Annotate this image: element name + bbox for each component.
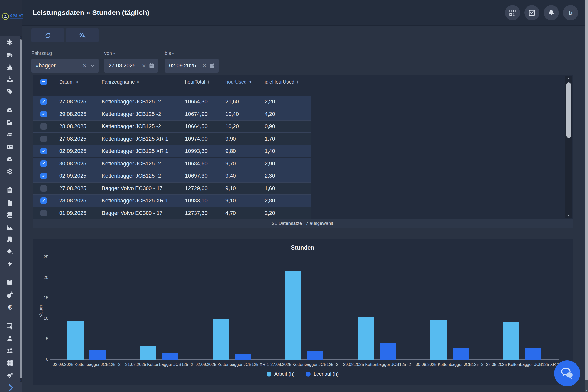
clear-vehicle-icon[interactable]: × [83,62,86,69]
page-scrollbar[interactable]: ▼ [584,0,588,392]
sidebar-expand-button[interactable] [6,383,15,390]
cell-idlehourused: 4,20 [257,111,311,117]
row-checkbox[interactable]: ✓ [40,173,47,179]
table-row[interactable]: ✓29.08.2025Kettenbagger JCB125 -210674,9… [32,108,311,120]
date-from-filter: von • 27.08.2025 × [104,50,158,72]
sidebar-item-area-chart[interactable] [0,221,20,233]
page-scrollbar-thumb[interactable] [585,0,588,380]
user-menu-button[interactable]: b [563,5,578,20]
column-header-hourused[interactable]: hourUsed▼ [218,79,257,85]
calendar-icon[interactable] [149,63,154,68]
date-from-input[interactable]: 27.08.2025 × [104,58,158,72]
sidebar-item-lightning[interactable] [0,258,20,270]
toolbar [31,28,99,42]
sidebar-item-user[interactable] [0,332,20,344]
sidebar-item-apps-grid[interactable] [0,357,20,369]
bar-groups [50,257,558,360]
sort-icon: ▲▼ [207,80,210,84]
sidebar-item-select-area[interactable] [0,320,20,332]
table-row[interactable]: ✓28.08.2025Kettenbagger JCB125 XR 110983… [32,194,311,207]
scroll-down-icon[interactable]: ▼ [20,380,22,381]
table-row[interactable]: ✓27.08.2025Kettenbagger JCB125 -210654,3… [32,96,311,108]
scroll-down-icon[interactable]: ▼ [566,214,572,216]
table-row[interactable]: ✓02.09.2025Kettenbagger JCB125 -210697,3… [32,170,311,182]
legend-item-leerlauf-h[interactable]: Leerlauf (h) [306,371,338,377]
row-checkbox[interactable] [40,185,47,192]
column-header-idlehourused[interactable]: idleHourUsed▲▼ [257,79,311,85]
calendar-icon[interactable] [209,63,215,68]
row-checkbox[interactable] [40,210,47,216]
chat-button[interactable] [554,360,580,386]
row-checkbox[interactable]: ✓ [40,160,47,167]
row-checkbox[interactable] [40,136,47,142]
sidebar-scrollbar-thumb[interactable] [20,40,22,378]
paint-bucket-icon [6,248,14,255]
book-icon [6,279,14,286]
refresh-button[interactable] [31,28,64,42]
table-row[interactable]: ✓02.09.2025Kettenbagger JCB125 XR 110993… [32,145,311,157]
table-row[interactable]: ✓30.08.2025Kettenbagger JCB125 -210684,6… [32,158,311,170]
vehicle-select[interactable]: #bagger × [31,58,99,72]
table-scrollbar-thumb[interactable] [566,82,571,138]
row-checkbox[interactable]: ✓ [40,111,47,117]
sidebar-item-ship[interactable] [0,61,20,73]
sidebar-item-asterisk[interactable] [0,36,20,48]
clear-date-from-icon[interactable]: × [142,62,146,69]
sidebar-item-paint-bucket[interactable] [0,246,20,258]
sidebar-item-book[interactable] [0,276,20,289]
sidebar-item-users[interactable] [0,344,20,357]
sidebar-item-document[interactable] [0,196,20,209]
table-row[interactable]: 27.08.2025Bagger Volvo EC300 - 1712729,6… [32,182,311,194]
legend-label: Leerlauf (h) [314,371,338,377]
sidebar-divider [2,181,18,181]
sidebar-item-database[interactable] [0,209,20,221]
sidebar-item-tag[interactable] [0,85,20,98]
sidebar-scrollbar[interactable]: ▲ ▼ [20,36,22,382]
row-checkbox[interactable]: ✓ [40,148,47,154]
column-header-fahrzeugname[interactable]: Fahrzeugname▲▼ [94,79,177,85]
clear-date-to-icon[interactable]: × [202,62,206,69]
cell-hourtotal: 10983,10 [177,198,218,204]
tasks-button[interactable] [524,5,540,20]
sidebar-item-car[interactable] [0,128,20,141]
refresh-icon [44,32,52,39]
settings-button[interactable] [66,28,99,42]
sidebar-item-settings-gears[interactable] [0,369,20,381]
scroll-up-icon[interactable]: ▲ [20,37,22,38]
row-checkbox[interactable]: ✓ [40,98,47,105]
scroll-up-icon[interactable]: ▲ [566,77,572,80]
sidebar-item-bomb[interactable] [0,289,20,301]
select-all-checkbox[interactable] [40,79,47,85]
table-scrollbar[interactable]: ▲ ▼ [566,76,572,218]
column-header-datum[interactable]: Datum▲▼ [52,79,94,85]
chat-bubbles-icon [559,365,575,382]
bar-group [413,257,486,360]
row-checkbox[interactable] [40,123,47,130]
table-row[interactable]: 28.08.2025Kettenbagger JCB125 -210664,50… [32,120,311,132]
app-logo[interactable]: GPS.AT [0,13,22,20]
date-to-input[interactable]: 02.09.2025 × [165,58,218,72]
y-axis-tick-label: 0 [40,357,48,362]
sidebar-item-euro[interactable]: € [0,301,20,313]
sidebar-item-truck[interactable] [0,48,20,61]
qr-code-button[interactable] [505,5,520,20]
sidebar-item-inbox-download[interactable] [0,73,20,85]
row-checkbox[interactable]: ✓ [40,198,47,204]
vehicle-filter: Fahrzeug #bagger × [31,50,99,72]
legend-item-arbeit-h[interactable]: Arbeit (h) [266,371,294,377]
sidebar-item-company[interactable] [0,116,20,128]
checkbox-cell: ✓ [32,198,52,204]
sidebar-item-performance-gauge[interactable] [0,153,20,166]
table-row[interactable]: 27.08.2025Kettenbagger JCB125 XR 110974,… [32,133,311,145]
column-header-hourtotal[interactable]: hourTotal▲▼ [177,79,218,85]
scroll-down-icon[interactable]: ▼ [585,389,588,391]
sidebar-item-snowflake[interactable] [0,166,20,178]
sidebar-item-clipboard[interactable] [0,184,20,196]
table-row[interactable]: 01.09.2025Bagger Volvo EC300 - 1712737,3… [32,207,311,219]
sidebar-item-dashboard-gauge[interactable] [0,104,20,116]
sidebar-item-id-card[interactable] [0,141,20,153]
notifications-button[interactable] [544,5,559,20]
sidebar-item-road[interactable] [0,233,20,246]
lightning-icon [6,260,14,268]
chevron-down-icon[interactable] [90,63,95,68]
